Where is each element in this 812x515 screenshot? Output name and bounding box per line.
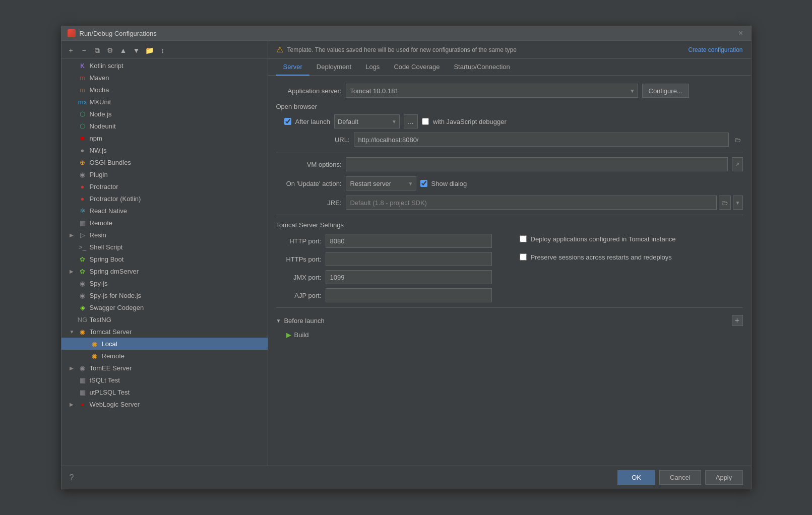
tab-logs[interactable]: Logs — [358, 59, 387, 76]
expand-arrow-tomee-server: ▶ — [70, 365, 76, 371]
add-config-button[interactable]: + — [66, 45, 77, 56]
settings-button[interactable]: ⚙ — [105, 45, 116, 56]
sidebar-item-shell-script[interactable]: >_Shell Script — [61, 241, 268, 253]
panel-content: Application server: Tomcat 10.0.181 ▼ Co… — [268, 76, 751, 466]
sidebar-item-remote[interactable]: ▦Remote — [61, 217, 268, 229]
jre-folder-button[interactable]: 🗁 — [719, 196, 731, 210]
sidebar-item-testng[interactable]: NGTestNG — [61, 313, 268, 326]
update-select-wrapper: Restart server ▼ — [346, 176, 416, 190]
label-osgi: OSGi Bundles — [90, 159, 264, 166]
js-debugger-checkbox[interactable] — [422, 118, 429, 125]
port-grid: HTTP port: Deploy applications configure… — [276, 234, 743, 302]
sidebar-item-spy-js-node[interactable]: ◉Spy-js for Node.js — [61, 289, 268, 301]
sidebar-item-mocha[interactable]: mMocha — [61, 84, 268, 96]
http-port-input[interactable] — [326, 234, 492, 248]
icon-tomee-server: ◉ — [79, 364, 87, 372]
warning-text: Template. The values saved here will be … — [287, 46, 684, 53]
sort-button[interactable]: ↕ — [157, 45, 168, 56]
tab-code-coverage[interactable]: Code Coverage — [387, 59, 447, 76]
tab-server[interactable]: Server — [276, 59, 309, 76]
sidebar-item-weblogic-server[interactable]: ▶●WebLogic Server — [61, 398, 268, 410]
sidebar-item-tomcat-server[interactable]: ▼◉Tomcat Server — [61, 326, 268, 338]
sidebar-item-protractor-kotlin[interactable]: ●Protractor (Kotlin) — [61, 192, 268, 205]
label-tomee-server: TomEE Server — [90, 364, 264, 372]
sidebar-item-plugin[interactable]: ◉Plugin — [61, 168, 268, 180]
ajp-port-input[interactable] — [326, 288, 492, 302]
sidebar-item-mxunit[interactable]: mxMXUnit — [61, 96, 268, 108]
app-server-select[interactable]: Tomcat 10.0.181 — [346, 84, 638, 98]
move-up-button[interactable]: ▲ — [118, 45, 129, 56]
sidebar-item-tomee-server[interactable]: ▶◉TomEE Server — [61, 362, 268, 374]
apply-button[interactable]: Apply — [705, 470, 743, 485]
after-launch-label: After launch — [295, 118, 330, 125]
app-icon — [68, 29, 76, 37]
jre-dropdown-button[interactable]: ▼ — [733, 196, 743, 210]
tab-deployment[interactable]: Deployment — [309, 59, 358, 76]
label-nodeunit: Nodeunit — [90, 122, 264, 130]
divider-1 — [276, 153, 743, 153]
preserve-checkbox-row: Preserve sessions across restarts and re… — [520, 252, 743, 262]
sidebar-item-utplsql-test[interactable]: ▦utPLSQL Test — [61, 386, 268, 398]
url-folder-icon: 🗁 — [733, 135, 743, 145]
close-button[interactable]: × — [737, 29, 745, 37]
sidebar-item-tomcat-local[interactable]: ◉Local — [61, 338, 268, 350]
sidebar-item-resin[interactable]: ▶▷Resin — [61, 229, 268, 241]
sidebar-item-kotlin-script[interactable]: KKotlin script — [61, 59, 268, 72]
sidebar-item-maven[interactable]: mMaven — [61, 72, 268, 84]
url-input[interactable] — [354, 133, 729, 147]
sidebar-item-npm[interactable]: ■npm — [61, 132, 268, 144]
configure-button[interactable]: Configure... — [642, 84, 689, 98]
sidebar-item-spy-js[interactable]: ◉Spy-js — [61, 277, 268, 289]
ok-button[interactable]: OK — [617, 470, 655, 485]
build-item: ▶ Build — [276, 329, 743, 341]
vm-options-input[interactable] — [346, 157, 728, 171]
label-utplsql-test: utPLSQL Test — [90, 389, 264, 396]
icon-plugin: ◉ — [79, 170, 87, 178]
sidebar-item-spring-boot[interactable]: ✿Spring Boot — [61, 253, 268, 265]
preserve-checkbox[interactable] — [520, 253, 527, 261]
run-debug-dialog: Run/Debug Configurations × + − ⧉ ⚙ ▲ ▼ 📁… — [61, 26, 752, 489]
icon-spring-boot: ✿ — [79, 255, 87, 263]
icon-shell-script: >_ — [79, 243, 87, 251]
label-protractor-kotlin: Protractor (Kotlin) — [90, 195, 264, 203]
sidebar-item-nodejs[interactable]: ⬡Node.js — [61, 108, 268, 120]
sidebar-item-swagger-codegen[interactable]: ◈Swagger Codegen — [61, 301, 268, 313]
icon-protractor-kotlin: ● — [79, 195, 87, 203]
sidebar-item-protractor[interactable]: ●Protractor — [61, 180, 268, 192]
before-launch-add-button[interactable]: + — [732, 315, 743, 326]
sidebar-item-osgi[interactable]: ⊕OSGi Bundles — [61, 156, 268, 168]
sidebar-item-tomcat-remote[interactable]: ◉Remote — [61, 350, 268, 362]
sidebar-item-nodeunit[interactable]: ⬡Nodeunit — [61, 120, 268, 132]
help-button[interactable]: ? — [70, 473, 74, 482]
sidebar-item-react-native[interactable]: ⚛React Native — [61, 205, 268, 217]
show-dialog-checkbox[interactable] — [420, 180, 427, 187]
toolbar: + − ⧉ ⚙ ▲ ▼ 📁 ↕ — [61, 43, 268, 58]
folder-button[interactable]: 📁 — [144, 45, 155, 56]
remove-config-button[interactable]: − — [79, 45, 90, 56]
sidebar-item-spring-dmserver[interactable]: ▶✿Spring dmServer — [61, 265, 268, 277]
jre-input[interactable] — [346, 196, 717, 210]
after-launch-checkbox[interactable] — [284, 118, 291, 125]
label-plugin: Plugin — [90, 171, 264, 178]
https-port-input[interactable] — [326, 252, 492, 266]
create-config-link[interactable]: Create configuration — [688, 46, 742, 53]
url-label: URL: — [284, 136, 350, 144]
browser-dots-button[interactable]: ... — [404, 114, 418, 128]
jre-label: JRE: — [276, 199, 342, 207]
sidebar-item-tsqlt-test[interactable]: ▦tSQLt Test — [61, 374, 268, 386]
copy-config-button[interactable]: ⧉ — [92, 45, 103, 56]
before-launch-arrow-icon: ▼ — [276, 318, 281, 324]
expand-arrow-weblogic-server: ▶ — [70, 402, 76, 407]
update-action-select[interactable]: Restart server — [346, 176, 416, 190]
deploy-label: Deploy applications configured in Tomcat… — [531, 235, 676, 243]
sidebar-item-nwjs[interactable]: ●NW.js — [61, 144, 268, 156]
jmx-port-input[interactable] — [326, 270, 492, 284]
move-down-button[interactable]: ▼ — [131, 45, 142, 56]
tab-startup[interactable]: Startup/Connection — [447, 59, 517, 76]
deploy-checkbox[interactable] — [520, 235, 527, 242]
cancel-button[interactable]: Cancel — [659, 470, 701, 485]
vm-expand-button[interactable]: ↗ — [732, 157, 743, 171]
http-port-label: HTTP port: — [276, 237, 322, 245]
browser-select[interactable]: Default — [334, 114, 400, 128]
before-launch-header[interactable]: ▼ Before launch + — [276, 312, 743, 329]
